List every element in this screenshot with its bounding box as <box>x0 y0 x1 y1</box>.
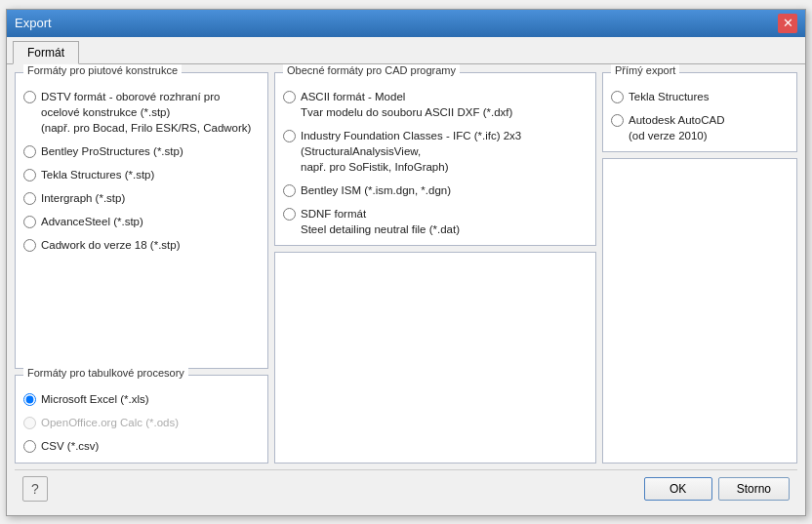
option-tekla-direct[interactable]: Tekla Structures <box>611 89 789 104</box>
option-bentley-ism[interactable]: Bentley ISM (*.ism.dgn, *.dgn) <box>283 182 588 198</box>
export-dialog: Export ✕ Formát Formáty pro piutové kons… <box>6 9 806 516</box>
option-csv[interactable]: CSV (*.csv) <box>23 438 260 454</box>
right-column: Přímý export Tekla Structures Autodesk A… <box>602 72 797 464</box>
group-primy-title: Přímý export <box>611 64 679 76</box>
option-cadwork[interactable]: Cadwork do verze 18 (*.stp) <box>23 237 260 253</box>
option-bentley-pro[interactable]: Bentley ProStructures (*.stp) <box>23 143 260 159</box>
left-column: Formáty pro piutové konstrukce DSTV form… <box>15 72 268 464</box>
group-tabulkove: Formáty pro tabulkové procesory Microsof… <box>15 375 268 463</box>
title-bar: Export ✕ <box>7 10 805 37</box>
group-priutove: Formáty pro piutové konstrukce DSTV form… <box>15 72 268 370</box>
dialog-title: Export <box>15 16 52 30</box>
mid-empty-panel <box>274 252 596 463</box>
group-cad: Obecné formáty pro CAD programy ASCII fo… <box>274 72 596 247</box>
tab-format[interactable]: Formát <box>13 41 79 64</box>
option-ascii[interactable]: ASCII formát - ModelTvar modelu do soubo… <box>283 89 588 120</box>
group-primy: Přímý export Tekla Structures Autodesk A… <box>602 72 797 152</box>
option-dstv[interactable]: DSTV formát - oborové rozhraní pro ocelo… <box>23 89 260 136</box>
close-button[interactable]: ✕ <box>778 14 797 33</box>
option-intergraph[interactable]: Intergraph (*.stp) <box>23 190 260 206</box>
option-excel[interactable]: Microsoft Excel (*.xls) <box>23 391 260 407</box>
option-openoffice[interactable]: OpenOffice.org Calc (*.ods) <box>23 415 260 430</box>
main-panels: Formáty pro piutové konstrukce DSTV form… <box>15 72 797 464</box>
option-ifc[interactable]: Industry Foundation Classes - IFC (*.ifc… <box>283 128 588 175</box>
option-autocad[interactable]: Autodesk AutoCAD(od verze 2010) <box>611 112 789 143</box>
option-advancesteel[interactable]: AdvanceSteel (*.stp) <box>23 214 260 229</box>
group-cad-title: Obecné formáty pro CAD programy <box>283 64 460 76</box>
content-area: Formáty pro piutové konstrukce DSTV form… <box>7 64 805 515</box>
action-buttons: OK Storno <box>644 477 790 501</box>
option-sdnf[interactable]: SDNF formátSteel detailing neutral file … <box>283 206 588 237</box>
option-tekla-stp[interactable]: Tekla Structures (*.stp) <box>23 167 260 182</box>
tab-bar: Formát <box>7 37 805 64</box>
group-priutove-title: Formáty pro piutové konstrukce <box>23 64 182 76</box>
cancel-button[interactable]: Storno <box>718 477 790 501</box>
right-empty-panel <box>602 158 797 464</box>
group-tabulkove-title: Formáty pro tabulkové procesory <box>23 367 188 379</box>
mid-column: Obecné formáty pro CAD programy ASCII fo… <box>274 72 596 464</box>
bottom-bar: ? OK Storno <box>15 469 797 507</box>
help-button[interactable]: ? <box>22 476 48 502</box>
ok-button[interactable]: OK <box>644 477 712 501</box>
